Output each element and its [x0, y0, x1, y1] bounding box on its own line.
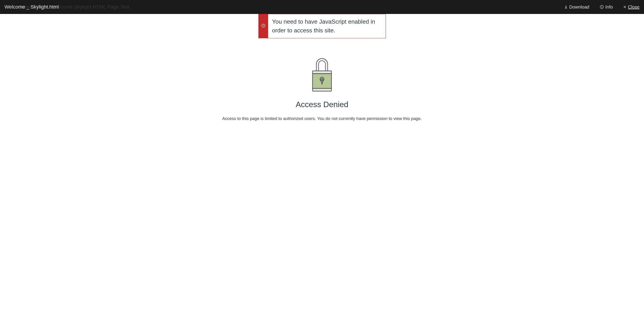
alert-message: You need to have JavaScript enabled in o…: [268, 14, 386, 38]
alert-icon-column: [259, 14, 268, 38]
access-denied-section: Access Denied Access to this page is lim…: [222, 54, 422, 121]
file-title: Welcome _ Skylight.html: [4, 4, 59, 10]
svg-rect-2: [312, 71, 332, 74]
close-button[interactable]: Close: [623, 4, 640, 10]
close-icon: [623, 5, 627, 9]
info-button[interactable]: Info: [600, 4, 613, 10]
info-label: Info: [606, 4, 613, 10]
content-area: You need to have JavaScript enabled in o…: [0, 14, 644, 316]
download-label: Download: [569, 4, 590, 10]
access-denied-message: Access to this page is limited to author…: [222, 116, 422, 121]
topbar-actions: Download Info Close: [564, 4, 640, 10]
close-label: Close: [628, 4, 640, 10]
download-button[interactable]: Download: [564, 4, 590, 10]
javascript-alert: You need to have JavaScript enabled in o…: [258, 14, 386, 38]
access-denied-heading: Access Denied: [222, 100, 422, 109]
viewer-topbar: Dolores Pages Welcome Skylight HTML Page…: [0, 0, 644, 14]
lock-icon: [222, 54, 422, 95]
download-icon: [564, 5, 568, 9]
info-icon: [600, 5, 604, 9]
svg-rect-4: [312, 88, 332, 91]
alert-icon: [261, 23, 266, 29]
